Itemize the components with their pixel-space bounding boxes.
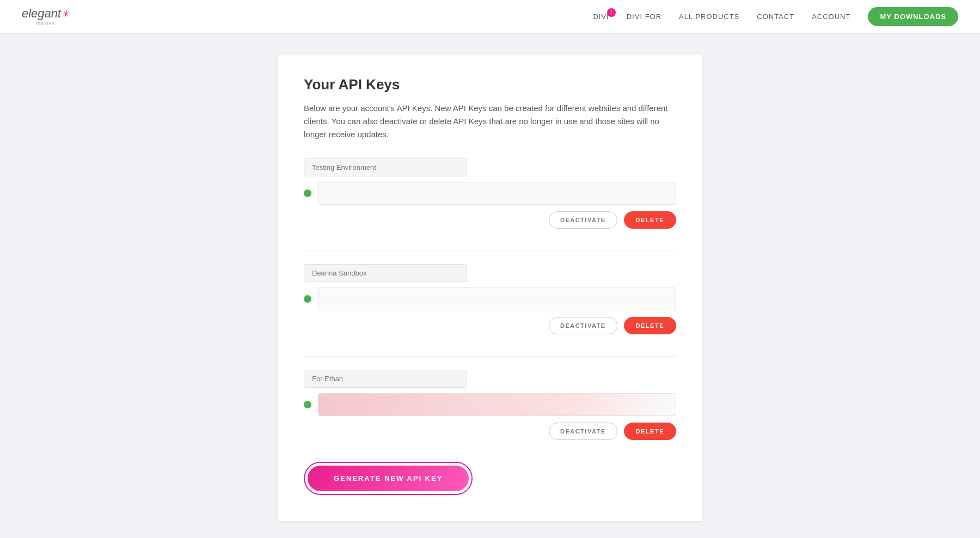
nav-divi[interactable]: DIVI 1 <box>593 13 609 21</box>
status-dot-1 <box>304 189 311 197</box>
api-key-input-3[interactable] <box>318 393 676 416</box>
logo-subtext: themes <box>22 21 69 26</box>
api-key-input-1[interactable] <box>318 182 676 205</box>
page-description: Below are your account's API Keys. New A… <box>304 102 676 141</box>
status-dot-3 <box>304 401 311 408</box>
api-key-entry-1: Testing Environment DEACTIVATE DELETE <box>304 158 676 229</box>
api-key-name-2: Deanna Sandbox <box>304 264 467 282</box>
main-content: Your API Keys Below are your account's A… <box>0 33 980 538</box>
my-downloads-button[interactable]: MY DOWNLOADS <box>868 7 958 26</box>
nav-contact[interactable]: CONTACT <box>757 13 794 21</box>
divider-1 <box>304 250 676 251</box>
generate-btn-border: GENERATE NEW API KEY <box>304 462 473 495</box>
api-key-row-2 <box>304 288 676 310</box>
site-header: elegant✳ themes DIVI 1 DIVI FOR ALL PROD… <box>0 0 980 33</box>
deactivate-button-3[interactable]: DEACTIVATE <box>549 423 617 440</box>
generate-api-key-button[interactable]: GENERATE NEW API KEY <box>308 466 469 491</box>
site-logo[interactable]: elegant✳ themes <box>22 7 69 26</box>
divider-2 <box>304 356 676 357</box>
logo-star-icon: ✳ <box>61 9 69 20</box>
api-key-entry-3: For Ethan DEACTIVATE DELETE <box>304 370 676 440</box>
divi-badge: 1 <box>607 8 616 17</box>
api-key-row-3 <box>304 393 676 416</box>
delete-button-1[interactable]: DELETE <box>624 211 676 229</box>
delete-button-3[interactable]: DELETE <box>624 423 676 440</box>
nav-all-products[interactable]: ALL PRODUCTS <box>679 13 739 21</box>
api-key-input-2[interactable] <box>318 288 676 310</box>
api-keys-card: Your API Keys Below are your account's A… <box>278 54 702 521</box>
status-dot-2 <box>304 295 311 303</box>
main-nav: DIVI 1 DIVI FOR ALL PRODUCTS CONTACT ACC… <box>593 7 958 26</box>
api-key-actions-3: DEACTIVATE DELETE <box>304 423 676 440</box>
nav-divi-for[interactable]: DIVI FOR <box>627 13 661 21</box>
api-key-row-1 <box>304 182 676 205</box>
api-key-actions-2: DEACTIVATE DELETE <box>304 317 676 334</box>
delete-button-2[interactable]: DELETE <box>624 317 676 334</box>
api-key-name-1: Testing Environment <box>304 158 467 176</box>
deactivate-button-2[interactable]: DEACTIVATE <box>549 317 617 334</box>
nav-account[interactable]: ACCOUNT <box>812 13 850 21</box>
logo-text: elegant✳ <box>22 7 69 20</box>
generate-btn-wrapper: GENERATE NEW API KEY <box>304 462 676 495</box>
deactivate-button-1[interactable]: DEACTIVATE <box>549 211 617 229</box>
api-key-list: Testing Environment DEACTIVATE DELETE De… <box>304 158 676 453</box>
api-key-entry-2: Deanna Sandbox DEACTIVATE DELETE <box>304 264 676 334</box>
page-title: Your API Keys <box>304 76 676 93</box>
api-key-name-3: For Ethan <box>304 370 467 388</box>
api-key-actions-1: DEACTIVATE DELETE <box>304 211 676 229</box>
